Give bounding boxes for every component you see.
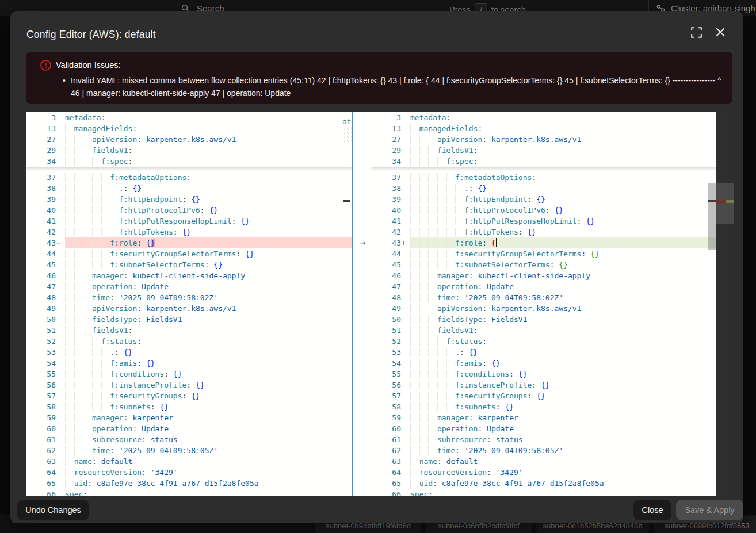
diff-sign [401,358,410,369]
code-line[interactable]: 63 name: default [371,456,716,467]
code-line[interactable]: 29 fieldsV1: [371,145,716,156]
line-number: 43 [371,237,401,248]
code-text: f:instanceProfile: {} [410,379,716,390]
line-number: 3 [26,112,56,123]
code-line[interactable]: 64 resourceVersion: '3429' [26,467,352,478]
code-line[interactable]: 66spec: [371,489,716,496]
code-line[interactable]: 50 fieldsType: FieldsV1 [26,314,352,325]
code-line[interactable]: 58 f:subnets: {} [371,401,716,412]
code-line[interactable]: 48 time: '2025-09-04T09:58:02Z' [371,292,716,303]
code-line[interactable]: 54 f:amis: {} [371,358,716,369]
code-line[interactable]: 55 f:conditions: {} [371,369,716,379]
code-line[interactable]: 43− f:role: {} [26,237,352,248]
sticky-scroll-header[interactable]: 3metadata:13 managedFields:27 - apiVersi… [371,112,716,167]
diff-editor-sash[interactable]: → [352,112,371,496]
diff-sign [56,401,65,412]
code-line[interactable]: 46 manager: kubectl-client-side-apply [371,270,716,281]
code-line[interactable]: 49 - apiVersion: karpenter.k8s.aws/v1 [371,303,716,314]
code-line[interactable]: 56 f:instanceProfile: {} [26,379,352,390]
code-line[interactable]: 61 subresource: status [371,434,716,445]
code-line[interactable]: 45 f:subnetSelectorTerms: {} [26,259,352,270]
code-line[interactable]: 37 f:metadataOptions: [371,172,716,183]
diff-revert-arrow-button[interactable]: → [357,237,368,248]
diff-sign [401,456,410,467]
modified-editor-pane[interactable]: 37 f:metadataOptions:38 .: {}39 f:httpEn… [371,112,716,496]
code-line[interactable]: 48 time: '2025-09-04T09:58:02Z' [26,292,352,303]
code-line[interactable]: 44 f:securityGroupSelectorTerms: {} [371,248,716,259]
code-line[interactable]: 44 f:securityGroupSelectorTerms: {} [26,248,352,259]
code-line[interactable]: 62 time: '2025-09-04T09:58:05Z' [371,445,716,456]
code-line[interactable]: 40 f:httpProtocolIPv6: {} [26,205,352,216]
diff-sign [56,325,65,336]
code-line[interactable]: 57 f:securityGroups: {} [26,390,352,401]
diff-sign [401,401,410,412]
code-line[interactable]: 66spec: [26,489,352,496]
code-line[interactable]: 60 operation: Update [371,423,716,434]
code-line[interactable]: 53 .: {} [371,347,716,358]
code-line[interactable]: 46 manager: kubectl-client-side-apply [26,270,352,281]
code-line[interactable]: 45 f:subnetSelectorTerms: {} [371,259,716,270]
code-text: manager: karpenter [65,412,352,423]
code-line[interactable]: 40 f:httpProtocolIPv6: {} [371,205,716,216]
code-line[interactable]: 3metadata: [371,112,716,123]
code-line[interactable]: 47 operation: Update [26,281,352,292]
code-line[interactable]: 37 f:metadataOptions: [26,172,352,183]
code-line[interactable]: 39 f:httpEndpoint: {} [371,194,716,205]
code-line[interactable]: 38 .: {} [26,183,352,194]
code-line[interactable]: 56 f:instanceProfile: {} [371,379,716,390]
code-line[interactable]: 42 f:httpTokens: {} [371,227,716,237]
code-line[interactable]: 50 fieldsType: FieldsV1 [371,314,716,325]
code-line[interactable]: 57 f:securityGroups: {} [371,390,716,401]
code-line[interactable]: 29 fieldsV1: [26,145,352,156]
diff-sign [401,281,410,292]
code-line[interactable]: 54 f:amis: {} [26,358,352,369]
code-line[interactable]: 39 f:httpEndpoint: {} [26,194,352,205]
close-dialog-button[interactable] [712,24,728,40]
code-line[interactable]: 47 operation: Update [371,281,716,292]
original-editor-pane[interactable]: 37 f:metadataOptions:38 .: {}39 f:httpEn… [26,112,352,496]
code-line[interactable]: 49 - apiVersion: karpenter.k8s.aws/v1 [26,303,352,314]
code-line[interactable]: 62 time: '2025-09-04T09:58:05Z' [26,445,352,456]
code-line[interactable]: 27 - apiVersion: karpenter.k8s.aws/v1 [371,134,716,145]
code-line[interactable]: 34 f:spec: [371,156,716,167]
code-line[interactable]: 65 uid: c8afe97e-38cc-4f91-a767-d15f2a8f… [371,478,716,489]
diff-sign [56,467,65,478]
code-line[interactable]: 52 f:status: [26,336,352,347]
vertical-scrollbar[interactable] [708,112,716,496]
code-line[interactable]: 53 .: {} [26,347,352,358]
minimap-slider[interactable] [716,183,734,224]
code-line[interactable]: 59 manager: karpenter [26,412,352,423]
code-line[interactable]: 63 name: default [26,456,352,467]
fullscreen-button[interactable] [688,24,704,40]
code-line[interactable]: 55 f:conditions: {} [26,369,352,379]
code-line[interactable]: 42 f:httpTokens: {} [26,227,352,237]
code-line[interactable]: 59 manager: karpenter [371,412,716,423]
code-line[interactable]: 27 - apiVersion: karpenter.k8s.aws/v1 [26,134,352,145]
code-text: operation: Update [65,423,352,434]
close-button[interactable]: Close [633,500,671,520]
code-line[interactable]: 64 resourceVersion: '3429' [371,467,716,478]
code-line[interactable]: 51 fieldsV1: [371,325,716,336]
code-line[interactable]: 3metadata: [26,112,352,123]
code-line[interactable]: 41 f:httpPutResponseHopLimit: {} [371,216,716,227]
code-line[interactable]: 60 operation: Update [26,423,352,434]
diff-sign [401,445,410,456]
code-line[interactable]: 58 f:subnets: {} [26,401,352,412]
code-line[interactable]: 13 managedFields: [371,123,716,134]
save-apply-button[interactable]: Save & Apply [676,500,743,520]
code-text: f:securityGroupSelectorTerms: {} [65,248,352,259]
code-line[interactable]: 51 fieldsV1: [26,325,352,336]
code-line[interactable]: 34 f:spec: [26,156,352,167]
code-line[interactable]: 41 f:httpPutResponseHopLimit: {} [26,216,352,227]
code-line[interactable]: 52 f:status: [371,336,716,347]
code-line[interactable]: 38 .: {} [371,183,716,194]
undo-changes-button[interactable]: Undo Changes [17,500,89,520]
code-line[interactable]: 13 managedFields: [26,123,352,134]
code-line[interactable]: 65 uid: c8afe97e-38cc-4f91-a767-d15f2a8f… [26,478,352,489]
sticky-scroll-header[interactable]: 3metadata:13 managedFields:27 - apiVersi… [26,112,352,167]
scrollbar-slider[interactable] [708,183,716,250]
diff-sign [56,390,65,401]
code-line[interactable]: 43+ f:role: { [371,237,716,248]
code-line[interactable]: 61 subresource: status [26,434,352,445]
minimap[interactable] [716,112,734,496]
